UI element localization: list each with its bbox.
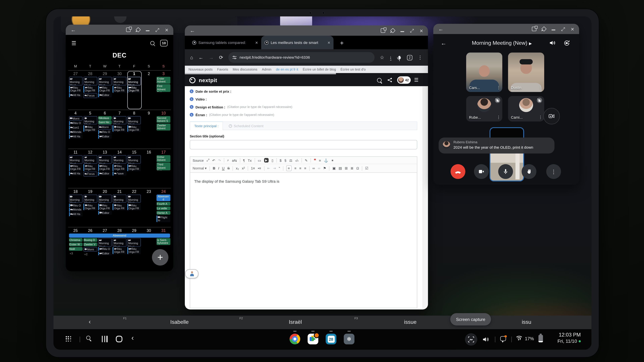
- calendar-event-chip[interactable]: Saint Nic: [98, 120, 112, 124]
- calendar-event-chip[interactable]: Editor: [98, 135, 112, 139]
- window-back-icon[interactable]: ←: [70, 27, 76, 32]
- calendar-day-cell[interactable]: [142, 194, 156, 222]
- calendar-event-chip[interactable]: Zweiter Advent: [156, 123, 170, 130]
- collapse-toggle-icon[interactable]: ⇅: [190, 89, 193, 93]
- calendar-day-number[interactable]: 6: [98, 111, 112, 115]
- close-icon[interactable]: ×: [571, 26, 574, 32]
- editor-toolbar-button[interactable]: a⇆: [232, 158, 237, 162]
- calendar-event-chip[interactable]: Morning Meet: [127, 155, 141, 164]
- calendar-day-number[interactable]: 22: [127, 189, 142, 194]
- calendar-event-chip[interactable]: Morning Meet: [83, 194, 97, 203]
- editor-toolbar-button[interactable]: Normal ▾: [193, 166, 206, 170]
- calendar-day-cell[interactable]: Morning MeetRéu Orga FR: [127, 155, 141, 176]
- editor-toolbar-button[interactable]: ≡: [319, 158, 321, 162]
- calendar-day-number[interactable]: 8: [127, 111, 142, 115]
- editor-toolbar-button[interactable]: $: [280, 158, 282, 162]
- minimize-icon[interactable]: [552, 30, 555, 30]
- calendar-day-number[interactable]: 28: [83, 71, 98, 76]
- calendar-event-chip[interactable]: Second Advent S: [156, 116, 170, 123]
- editor-toolbar-button[interactable]: ▤: [338, 166, 342, 170]
- bookmark-link[interactable]: Nouveaux posts: [188, 67, 213, 71]
- site-settings-icon[interactable]: [232, 55, 237, 59]
- bookmark-link[interactable]: Favoris: [217, 67, 228, 71]
- calendar-day-cell[interactable]: Morning MeetRéu Orga FREditor: [98, 194, 112, 222]
- scrollbar[interactable]: [422, 86, 428, 309]
- editor-toolbar-button[interactable]: Source: [193, 158, 204, 162]
- volume-icon[interactable]: [482, 336, 489, 345]
- calendar-event-chip[interactable]: Third Advent Sun: [156, 163, 170, 170]
- tab-close-icon[interactable]: ×: [328, 40, 330, 45]
- browser-menu-icon[interactable]: ⋮: [418, 55, 422, 60]
- calendar-event-chip[interactable]: Réu Orga FR: [69, 86, 82, 93]
- voice-search-icon[interactable]: [398, 56, 400, 59]
- calendar-event-chip[interactable]: Erster Advent: [156, 77, 170, 84]
- calendar-event-chip[interactable]: Réu Orga FR: [113, 203, 126, 210]
- calendar-day-number[interactable]: 27: [68, 71, 83, 76]
- calendar-event-chip[interactable]: Morning Meet: [83, 155, 97, 164]
- calendar-day-number[interactable]: 15: [127, 150, 142, 155]
- editor-toolbar-button[interactable]: U: [222, 166, 224, 170]
- calendar-event-chip[interactable]: Focus: [83, 93, 97, 98]
- calendar-event-chip[interactable]: Morning Meet: [113, 194, 126, 203]
- calendar-event-chip[interactable]: Réu Orga FR: [113, 164, 126, 171]
- site-search-icon[interactable]: [377, 78, 382, 82]
- calendar-day-cell[interactable]: Morning MeetRéu Orga FR: [83, 194, 98, 222]
- calendar-day-number[interactable]: 30: [112, 71, 127, 76]
- bookmark-link[interactable]: Admin: [262, 67, 272, 71]
- menu-icon[interactable]: ☰: [72, 40, 76, 46]
- browser-tab-active[interactable]: Les meilleurs tests de smart ×: [261, 36, 334, 49]
- calendar-event-chip[interactable]: Réu Orga FR: [127, 86, 141, 93]
- calendar-day-cell[interactable]: Morning MeetRéu Orga FR: [112, 77, 126, 98]
- bookmark-link[interactable]: Mes discussions: [233, 67, 258, 71]
- calendar-day-number[interactable]: 25: [68, 228, 83, 233]
- collapse-toggle-icon[interactable]: ⇅: [190, 105, 193, 109]
- bookmark-link[interactable]: Écrire un test d'o: [340, 67, 366, 71]
- end-call-button[interactable]: [451, 164, 466, 179]
- pin-window-icon[interactable]: [542, 26, 547, 31]
- calendar-day-number[interactable]: 19: [83, 189, 98, 194]
- calendar-event-chip[interactable]: Boxing D: [83, 238, 97, 242]
- home-icon[interactable]: ⌂: [190, 55, 193, 60]
- notifications-icon[interactable]: [500, 336, 506, 341]
- participant-menu-icon[interactable]: ⋮: [538, 85, 542, 90]
- editor-toolbar-button[interactable]: I: [218, 166, 219, 170]
- meet-app-icon[interactable]: [308, 334, 318, 345]
- calendar-event-chip[interactable]: Réu Orga FR: [98, 86, 112, 93]
- calendar-day-number[interactable]: 14: [112, 150, 127, 155]
- calendar-day-cell[interactable]: Morning MeetRéu OMondaAll Ha: [68, 194, 83, 222]
- bookmark-star-icon[interactable]: ☆: [380, 55, 384, 60]
- calendar-day-cell[interactable]: Morning MeetRéu Orga FR: [127, 116, 141, 139]
- calendar-event-chip[interactable]: Morning Meet: [98, 194, 112, 203]
- calendar-event-chip[interactable]: la Saint-Sylvestre: [156, 238, 170, 245]
- editor-toolbar-button[interactable]: §: [284, 158, 286, 162]
- calendar-event-chip[interactable]: 1on1: [69, 126, 82, 130]
- calendar-event-chip[interactable]: Réu Orga FR: [127, 203, 141, 210]
- calendar-day-number[interactable]: 30: [142, 228, 156, 233]
- popup-view-icon[interactable]: [126, 27, 131, 32]
- calendar-day-cell[interactable]: Morning MeetRéu Orga FRAll Ha: [68, 155, 83, 176]
- calendar-day-number[interactable]: 17: [156, 150, 171, 155]
- mic-toggle-button[interactable]: [498, 164, 513, 179]
- calendar-day-number[interactable]: 18: [68, 189, 83, 194]
- share-icon[interactable]: [388, 78, 392, 82]
- calendar-absence-banner[interactable]: Abwesend: [69, 233, 170, 238]
- calendar-event-chip[interactable]: Focus: [83, 172, 97, 176]
- calendar-event-chip[interactable]: Erster W: [69, 243, 82, 246]
- calendar-day-number[interactable]: 3: [156, 71, 171, 76]
- calendar-event-chip[interactable]: Réu Orga FR: [83, 125, 97, 132]
- editor-toolbar-button[interactable]: ✎: [305, 158, 308, 162]
- calendar-event-chip[interactable]: Morning Meet: [113, 77, 126, 85]
- maximize-icon[interactable]: ⤢: [410, 28, 414, 33]
- go-to-today-button[interactable]: 10: [160, 40, 168, 46]
- editor-toolbar-button[interactable]: ⇤: [267, 166, 270, 170]
- calendar-day-cell[interactable]: Morning MeetRéu Orga FR: [127, 238, 141, 256]
- calendar-event-chip[interactable]: Réu Orga FR: [127, 125, 141, 132]
- minimize-icon[interactable]: [146, 30, 150, 31]
- editor-toolbar-button[interactable]: ⚑: [323, 166, 326, 170]
- calendar-event-chip[interactable]: Réu Orga FR: [113, 125, 126, 132]
- calendar-event-chip[interactable]: Réu O: [98, 247, 112, 251]
- calendar-day-cell[interactable]: Dritter AdventThird Advent Sun: [156, 155, 170, 176]
- tab-close-icon[interactable]: ×: [255, 40, 258, 45]
- tab-count-button[interactable]: 2: [407, 55, 412, 60]
- editor-toolbar-button[interactable]: x₂: [236, 166, 239, 170]
